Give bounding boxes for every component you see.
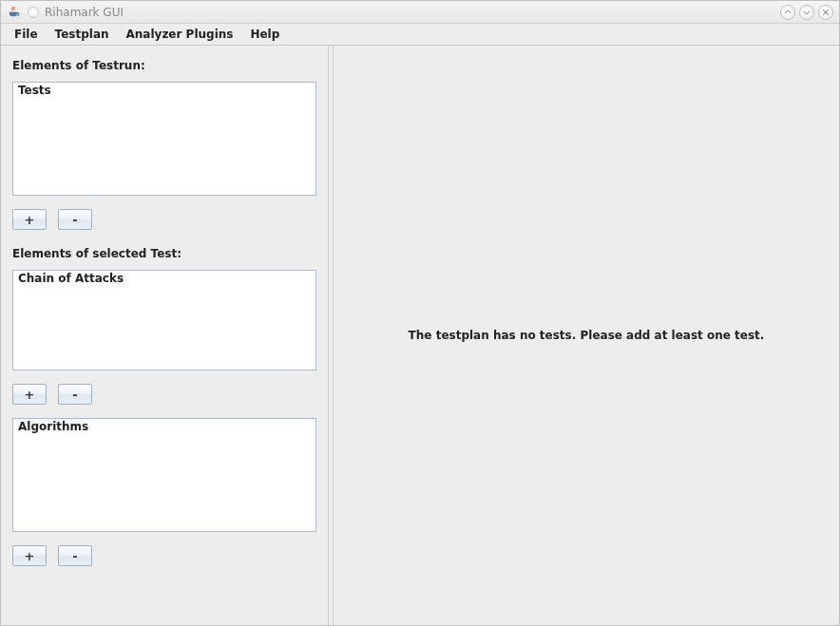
menubar: File Testplan Analyzer Plugins Help: [1, 24, 839, 45]
menu-testplan[interactable]: Testplan: [48, 26, 117, 43]
chain-add-button[interactable]: +: [12, 384, 47, 405]
titlebar-status-icon: [28, 7, 39, 18]
chain-box-title: Chain of Attacks: [16, 272, 125, 285]
right-panel: The testplan has no tests. Please add at…: [334, 46, 839, 625]
close-button[interactable]: [818, 5, 833, 20]
main-window: Rihamark GUI File Testplan Analyzer Plug…: [0, 0, 840, 626]
algorithms-box[interactable]: Algorithms: [12, 418, 316, 532]
chain-of-attacks-box[interactable]: Chain of Attacks: [12, 270, 316, 370]
minimize-button[interactable]: [780, 5, 795, 20]
menu-file[interactable]: File: [7, 26, 46, 43]
tests-button-row: + -: [12, 209, 316, 230]
tests-remove-button[interactable]: -: [58, 209, 92, 230]
empty-testplan-message: The testplan has no tests. Please add at…: [409, 329, 765, 342]
tests-box[interactable]: Tests: [12, 82, 316, 196]
chain-button-row: + -: [12, 384, 316, 405]
content-area: Elements of Testrun: Tests + - Elements …: [1, 45, 839, 625]
tests-add-button[interactable]: +: [12, 209, 47, 230]
maximize-button[interactable]: [799, 5, 814, 20]
selected-test-label: Elements of selected Test:: [12, 247, 316, 260]
algorithms-add-button[interactable]: +: [12, 545, 47, 566]
java-icon: [7, 5, 22, 20]
testrun-label: Elements of Testrun:: [12, 59, 316, 72]
algorithms-remove-button[interactable]: -: [58, 545, 92, 566]
menu-help[interactable]: Help: [242, 26, 287, 43]
menu-analyzer-plugins[interactable]: Analyzer Plugins: [119, 26, 241, 43]
left-panel: Elements of Testrun: Tests + - Elements …: [1, 46, 328, 625]
chain-remove-button[interactable]: -: [58, 384, 92, 405]
algorithms-button-row: + -: [12, 545, 316, 566]
algorithms-box-title: Algorithms: [16, 420, 90, 433]
window-title: Rihamark GUI: [45, 6, 124, 19]
titlebar: Rihamark GUI: [1, 1, 839, 24]
tests-box-title: Tests: [16, 84, 53, 97]
